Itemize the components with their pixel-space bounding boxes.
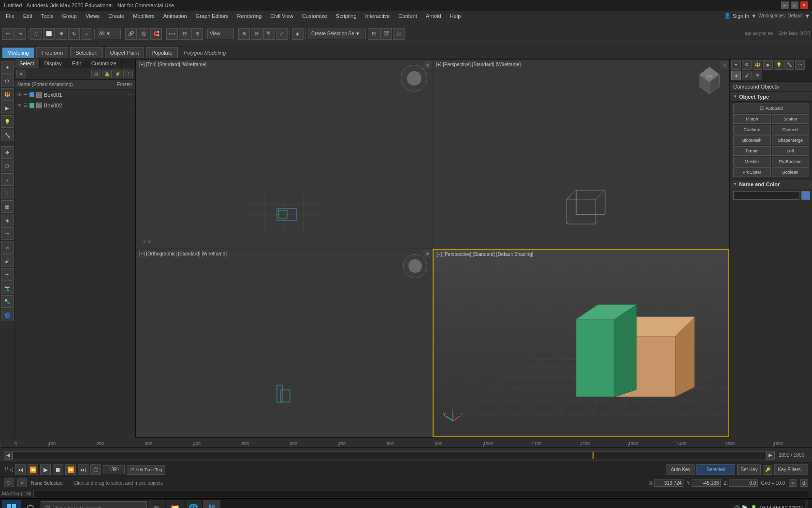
menu-group[interactable]: Group bbox=[58, 12, 81, 20]
create-selection-dropdown-icon[interactable]: ▼ bbox=[355, 31, 360, 36]
workspace-dropdown-icon[interactable]: ▼ bbox=[805, 13, 810, 19]
frame-number-input[interactable] bbox=[103, 465, 125, 474]
viewport-ortho-label[interactable]: [+] [Orthographic] [Standard] [Wireframe… bbox=[139, 251, 227, 256]
unlink-button[interactable]: ⛓ bbox=[138, 28, 149, 40]
timeline-next-button[interactable]: ▶ bbox=[766, 451, 775, 460]
subdivide-tool[interactable]: ◈ bbox=[1, 214, 14, 226]
se-options-button[interactable]: ⋮ bbox=[123, 70, 133, 78]
select-move-tool[interactable]: ✥ bbox=[1, 146, 14, 159]
taskbar-3dsmax[interactable]: M bbox=[203, 500, 220, 508]
windows-start-button[interactable] bbox=[2, 500, 21, 508]
timeline-track[interactable] bbox=[13, 451, 766, 459]
rotate-button[interactable]: ↻ bbox=[68, 28, 80, 40]
object-color-swatch[interactable] bbox=[801, 191, 810, 200]
boolean-button[interactable]: Boolean bbox=[772, 167, 810, 177]
rp-tab-motion[interactable]: ▶ bbox=[763, 60, 773, 70]
array-button[interactable]: ⊞ bbox=[191, 28, 203, 40]
menu-customize[interactable]: Customize bbox=[298, 12, 331, 20]
menu-rendering[interactable]: Rendering bbox=[233, 12, 266, 20]
menu-content[interactable]: Content bbox=[394, 12, 421, 20]
play-button[interactable]: ▶ bbox=[40, 464, 51, 475]
tab-selection[interactable]: Selection bbox=[70, 47, 102, 58]
rp-tab-active[interactable]: ◈ bbox=[731, 71, 741, 80]
timeline-prev-button[interactable]: ◀ bbox=[4, 451, 13, 460]
move-button[interactable]: ✥ bbox=[56, 28, 67, 40]
utilities-tool[interactable]: 🔧 bbox=[1, 129, 14, 141]
viewport-persp-wire-navcube[interactable]: TOP bbox=[695, 65, 724, 95]
hierarchy-tool[interactable]: 🔱 bbox=[1, 88, 14, 101]
blobmesh-button[interactable]: BlobMesh bbox=[733, 135, 771, 145]
autokey-button[interactable]: Auto Key bbox=[667, 464, 695, 475]
viewport-3d[interactable]: [+] [Perspective] [Standard] [Default Sh… bbox=[433, 249, 729, 438]
bind-button[interactable]: 🧲 bbox=[150, 28, 162, 40]
rp-tab-more[interactable]: ⋯ bbox=[795, 60, 805, 70]
maximize-button[interactable]: □ bbox=[791, 1, 798, 9]
rp-tab-display[interactable]: 💡 bbox=[774, 60, 783, 70]
scatter-button[interactable]: Scatter bbox=[772, 114, 810, 124]
taskbar-edge[interactable]: 🌐 bbox=[185, 500, 202, 508]
poly-tool[interactable]: ⟁ bbox=[1, 173, 14, 186]
maxscript-input[interactable] bbox=[33, 491, 810, 497]
taskbar-search-icon[interactable] bbox=[22, 500, 40, 508]
se-sync-button[interactable]: ⚡ bbox=[113, 70, 122, 78]
wire-tool[interactable]: ⌇ bbox=[1, 187, 14, 199]
prev-frame-button[interactable]: ⏪ bbox=[28, 464, 38, 475]
object-type-section-header[interactable]: Object Type bbox=[730, 92, 812, 102]
motion-tool[interactable]: ▶ bbox=[1, 102, 14, 114]
sign-in-label[interactable]: Sign In bbox=[733, 13, 749, 19]
snap-button[interactable]: ⊕ bbox=[238, 28, 250, 40]
se-lock-button[interactable]: 🔒 bbox=[102, 70, 112, 78]
morph-button[interactable]: Morph bbox=[733, 114, 771, 124]
redo-button[interactable]: ↪ bbox=[14, 28, 26, 40]
stop-button[interactable]: ⏹ bbox=[53, 464, 63, 475]
menu-scripting[interactable]: Scripting bbox=[332, 12, 361, 20]
box002-options[interactable]: ⋯ bbox=[128, 103, 132, 108]
connect-button[interactable]: Connect bbox=[772, 125, 810, 134]
se-tab-edit[interactable]: Edit bbox=[67, 59, 87, 68]
rp-tab-create[interactable]: ✦ bbox=[731, 60, 741, 70]
camera-tool[interactable]: 📷 bbox=[1, 282, 14, 294]
tab-object-paint[interactable]: Object Paint bbox=[105, 47, 145, 58]
rp-tab-hierarchy[interactable]: 🔱 bbox=[753, 60, 762, 70]
taskbar-search-bar[interactable]: Type here to search bbox=[41, 501, 147, 508]
taskbar-task-view[interactable]: ⧉ bbox=[148, 500, 165, 508]
link-button[interactable]: 🔗 bbox=[125, 28, 137, 40]
status-icon-2[interactable]: ✕ bbox=[17, 478, 27, 487]
shapemerge-button[interactable]: ShapeMerge bbox=[772, 135, 810, 145]
scene-object-box002[interactable]: 👁 ☰ □ Box002 ⋯ bbox=[14, 100, 135, 111]
menu-views[interactable]: Views bbox=[82, 12, 103, 20]
key-mode-button[interactable]: ⬡ bbox=[90, 464, 101, 475]
autogrid-button[interactable]: ☐ AutoGrid bbox=[733, 104, 809, 113]
material-editor-button[interactable]: ◈ bbox=[292, 28, 304, 40]
rp-tab-view[interactable]: 👁 bbox=[753, 71, 762, 80]
light-tool[interactable]: ☀ bbox=[1, 268, 14, 281]
terrain-button[interactable]: Terrain bbox=[733, 146, 771, 156]
angle-snap-button[interactable]: ⟳ bbox=[251, 28, 262, 40]
layers-button[interactable]: ⊟ bbox=[368, 28, 379, 40]
y-coord-input[interactable] bbox=[692, 479, 721, 487]
uvw-tool[interactable]: ▦ bbox=[1, 200, 14, 213]
name-color-section-header[interactable]: Name and Color bbox=[730, 179, 812, 189]
helper-tool[interactable]: 🔦 bbox=[1, 295, 14, 308]
viewport-top-label[interactable]: [+] [Top] [Standard] [Wireframe] bbox=[139, 62, 206, 67]
viewport-ortho-maximize[interactable]: ⊞ bbox=[423, 250, 431, 258]
key-filters-button[interactable]: Key Filters... bbox=[774, 464, 808, 475]
menu-tools[interactable]: Tools bbox=[37, 12, 58, 20]
modify-tool[interactable]: ⚙ bbox=[1, 75, 14, 87]
quick-render-button[interactable]: 🎥 bbox=[393, 28, 405, 40]
taskbar-file-explorer[interactable]: 📁 bbox=[166, 500, 184, 508]
spline-tool[interactable]: 〜 bbox=[1, 227, 14, 240]
se-close-button[interactable]: ✕ bbox=[16, 70, 26, 78]
go-start-button[interactable]: ⏮ bbox=[15, 464, 26, 475]
status-icon-1[interactable]: ⬡ bbox=[4, 478, 14, 487]
menu-animation[interactable]: Animation bbox=[160, 12, 191, 20]
x-coord-input[interactable] bbox=[654, 479, 683, 487]
scene-states-button[interactable]: 🎬 bbox=[380, 28, 392, 40]
mirror-button[interactable]: ⟺ bbox=[166, 28, 178, 40]
select-button[interactable]: ⬡ bbox=[30, 28, 42, 40]
percent-snap-button[interactable]: % bbox=[263, 28, 275, 40]
key-filter-icon[interactable]: 🔑 bbox=[763, 465, 772, 475]
loft-button[interactable]: Loft bbox=[772, 146, 810, 156]
align-button[interactable]: ⊟ bbox=[179, 28, 190, 40]
display-tool[interactable]: 💡 bbox=[1, 115, 14, 128]
